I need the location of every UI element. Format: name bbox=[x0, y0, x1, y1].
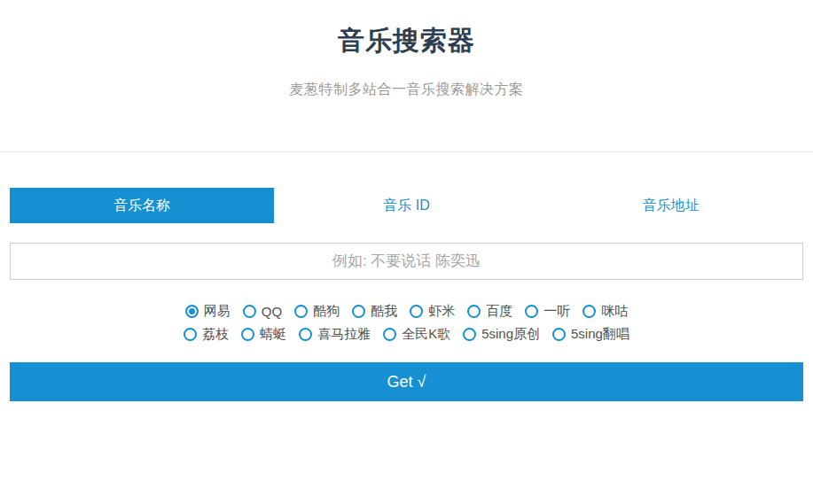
source-option-qingting[interactable]: 蜻蜓 bbox=[241, 326, 286, 343]
tab-music-url[interactable]: 音乐地址 bbox=[539, 188, 803, 223]
source-label: 5sing翻唱 bbox=[571, 326, 629, 343]
header-divider bbox=[0, 151, 813, 152]
tab-music-name[interactable]: 音乐名称 bbox=[10, 188, 274, 223]
source-option-kugou[interactable]: 酷狗 bbox=[294, 303, 340, 320]
radio-yiting[interactable] bbox=[525, 305, 538, 318]
source-label: 酷我 bbox=[371, 303, 397, 320]
source-row-2: 荔枝 蜻蜓 喜马拉雅 全民K歌 5sing原创 bbox=[10, 322, 803, 345]
radio-qq[interactable] bbox=[243, 305, 256, 318]
radio-5sing-cover[interactable] bbox=[552, 328, 566, 341]
source-option-yiting[interactable]: 一听 bbox=[525, 303, 570, 320]
radio-xiami[interactable] bbox=[410, 305, 423, 318]
tab-music-id[interactable]: 音乐 ID bbox=[274, 188, 538, 223]
source-label: 喜马拉雅 bbox=[317, 326, 371, 343]
radio-ximalaya[interactable] bbox=[299, 328, 312, 341]
page-title: 音乐搜索器 bbox=[0, 24, 813, 58]
source-option-lizhi[interactable]: 荔枝 bbox=[184, 326, 229, 343]
source-label: 网易 bbox=[204, 303, 231, 320]
radio-migu[interactable] bbox=[582, 305, 596, 318]
page-subtitle: 麦葱特制多站合一音乐搜索解决方案 bbox=[0, 81, 813, 97]
source-label: 酷狗 bbox=[313, 303, 340, 320]
source-options: 网易 QQ 酷狗 酷我 虾米 bbox=[10, 299, 803, 345]
source-label: 全民K歌 bbox=[402, 326, 450, 343]
source-row-1: 网易 QQ 酷狗 酷我 虾米 bbox=[10, 299, 803, 322]
search-mode-tabs: 音乐名称 音乐 ID 音乐地址 bbox=[10, 188, 803, 223]
radio-5sing-original[interactable] bbox=[463, 328, 476, 341]
source-label: 咪咕 bbox=[601, 303, 628, 320]
get-button[interactable]: Get √ bbox=[10, 362, 803, 401]
source-label: 百度 bbox=[486, 303, 512, 320]
source-option-baidu[interactable]: 百度 bbox=[467, 303, 512, 320]
source-option-qq[interactable]: QQ bbox=[243, 304, 282, 319]
radio-kugou[interactable] bbox=[294, 305, 308, 318]
source-option-5sing-original[interactable]: 5sing原创 bbox=[463, 326, 540, 343]
radio-lizhi[interactable] bbox=[184, 328, 197, 341]
source-option-kuwo[interactable]: 酷我 bbox=[352, 303, 397, 320]
page-header: 音乐搜索器 麦葱特制多站合一音乐搜索解决方案 bbox=[0, 0, 813, 97]
source-option-5sing-cover[interactable]: 5sing翻唱 bbox=[552, 326, 629, 343]
source-option-migu[interactable]: 咪咕 bbox=[582, 303, 628, 320]
music-searcher-page: 音乐搜索器 麦葱特制多站合一音乐搜索解决方案 音乐名称 音乐 ID 音乐地址 网… bbox=[0, 0, 813, 401]
search-input[interactable] bbox=[10, 243, 803, 280]
radio-netease[interactable] bbox=[185, 305, 199, 318]
source-label: 虾米 bbox=[428, 303, 455, 320]
source-label: 5sing原创 bbox=[481, 326, 540, 343]
radio-quanmin-kge[interactable] bbox=[383, 328, 396, 341]
source-option-ximalaya[interactable]: 喜马拉雅 bbox=[299, 326, 371, 343]
radio-kuwo[interactable] bbox=[352, 305, 365, 318]
radio-qingting[interactable] bbox=[241, 328, 254, 341]
source-option-xiami[interactable]: 虾米 bbox=[410, 303, 455, 320]
radio-baidu[interactable] bbox=[467, 305, 481, 318]
source-label: 一听 bbox=[543, 303, 570, 320]
source-label: QQ bbox=[262, 304, 282, 319]
source-label: 蜻蜓 bbox=[260, 326, 286, 343]
source-label: 荔枝 bbox=[202, 326, 229, 343]
source-option-netease[interactable]: 网易 bbox=[185, 303, 231, 320]
search-panel: 音乐名称 音乐 ID 音乐地址 网易 QQ 酷狗 bbox=[10, 188, 803, 401]
source-option-quanmin-kge[interactable]: 全民K歌 bbox=[383, 326, 450, 343]
